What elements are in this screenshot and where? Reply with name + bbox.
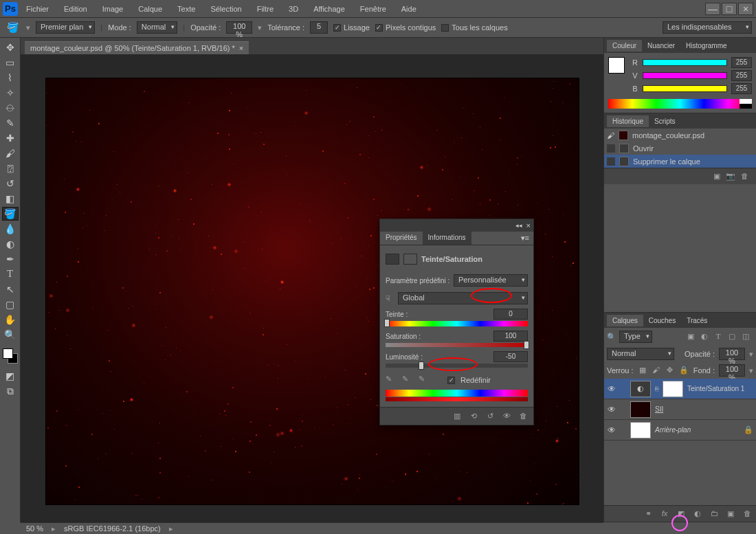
color-swatches[interactable] (3, 348, 18, 364)
history-item[interactable]: Supprimer le calque (604, 155, 756, 168)
color-profile[interactable]: sRGB IEC61966-2.1 (16bpc) (64, 524, 161, 533)
bucket-icon[interactable]: 🪣 (4, 21, 21, 34)
foreground-swatch[interactable] (608, 57, 625, 74)
layer-mask-thumb[interactable] (663, 381, 683, 397)
workspace-select[interactable]: Les indispensables (663, 21, 752, 34)
opacity-input[interactable]: 100 % (226, 21, 252, 34)
tolerance-input[interactable]: 5 (310, 21, 328, 34)
layer-item[interactable]: 👁 ◐ ⎘ Teinte/Saturation 1 (604, 379, 756, 399)
lock-transparent-icon[interactable]: ▦ (638, 366, 647, 375)
close-tab-icon[interactable]: × (239, 44, 243, 52)
filter-shape-icon[interactable]: ▢ (727, 332, 737, 342)
visibility-toggle[interactable]: 👁 (607, 405, 616, 414)
menu-file[interactable]: Fichier (23, 3, 52, 14)
magic-wand-tool[interactable]: ✧ (2, 86, 19, 100)
history-snapshot[interactable]: 🖌 montage_couleur.psd (604, 129, 756, 142)
tab-swatches[interactable]: Nuancier (642, 40, 680, 52)
visibility-toggle[interactable]: 👁 (607, 384, 616, 394)
lasso-tool[interactable]: ⌇ (2, 71, 19, 85)
tab-info[interactable]: Informations (423, 232, 471, 245)
filter-pixel-icon[interactable]: ▣ (686, 332, 696, 342)
crop-tool[interactable]: ⦵ (2, 101, 19, 115)
hand-icon[interactable]: ☟ (386, 294, 398, 303)
close-button[interactable]: × (738, 3, 753, 15)
all-layers-checkbox[interactable] (441, 24, 449, 32)
document-tab[interactable]: montage_couleur.psd @ 50% (Teinte/Satura… (25, 41, 249, 54)
menu-text[interactable]: Texte (175, 3, 198, 14)
path-tool[interactable]: ↖ (2, 282, 19, 296)
eyedropper-add-icon[interactable]: ✎ (402, 375, 413, 386)
tab-paths[interactable]: Tracés (681, 315, 713, 326)
v-slider[interactable] (643, 72, 727, 79)
trash-icon[interactable]: 🗑 (518, 412, 528, 421)
menu-view[interactable]: Affichage (311, 3, 348, 14)
tab-history[interactable]: Historique (607, 115, 649, 127)
hue-value[interactable]: 0 (493, 309, 528, 320)
camera-icon[interactable]: 📷 (726, 172, 735, 181)
layer-item[interactable]: 👁 SII (604, 399, 756, 420)
history-item[interactable]: Ouvrir (604, 142, 756, 155)
minimize-button[interactable]: — (705, 3, 720, 15)
reset-icon[interactable]: ↺ (485, 412, 495, 421)
tab-histogram[interactable]: Histogramme (680, 40, 732, 52)
hue-slider[interactable] (386, 321, 528, 326)
filter-type-icon[interactable]: T (713, 332, 723, 342)
lightness-value[interactable]: -50 (493, 351, 528, 362)
move-tool[interactable]: ✥ (2, 41, 19, 54)
menu-image[interactable]: Image (100, 3, 126, 14)
bucket-tool[interactable]: 🪣 (2, 207, 19, 221)
healing-tool[interactable]: ✚ (2, 131, 19, 145)
mode-select[interactable]: Normal (137, 21, 177, 34)
eyedropper-sub-icon[interactable]: ✎ (419, 375, 430, 386)
new-layer-icon[interactable]: ▣ (726, 509, 735, 519)
scope-select[interactable]: Global (398, 292, 528, 304)
menu-layer[interactable]: Calque (135, 3, 165, 14)
chevron-icon[interactable]: ▸ (169, 524, 173, 533)
dodge-tool[interactable]: ◐ (2, 237, 19, 251)
tab-channels[interactable]: Couches (643, 315, 681, 326)
spectrum-bar[interactable] (608, 99, 752, 109)
tab-color[interactable]: Couleur (607, 40, 642, 52)
fill-input[interactable]: 100 % (719, 364, 745, 377)
menu-edit[interactable]: Edition (61, 3, 90, 14)
quickmask-toggle[interactable]: ◩ (2, 369, 19, 383)
shape-tool[interactable]: ▢ (2, 298, 19, 311)
zoom-tool[interactable]: 🔍 (2, 328, 19, 342)
panel-close-icon[interactable]: × (526, 221, 531, 230)
brush-tool[interactable]: 🖌 (2, 146, 19, 160)
menu-filter[interactable]: Filtre (254, 3, 276, 14)
type-tool[interactable]: T (2, 267, 19, 281)
colorize-checkbox[interactable]: ✓ (447, 377, 455, 384)
clip-icon[interactable]: ▥ (452, 412, 462, 421)
filter-type-select[interactable]: Type (619, 331, 652, 343)
r-value[interactable]: 255 (731, 57, 752, 68)
smoothing-checkbox[interactable]: ✓ (333, 24, 341, 32)
b-slider[interactable] (643, 85, 727, 92)
screen-mode-toggle[interactable]: ⧉ (2, 384, 19, 398)
new-snapshot-icon[interactable]: ▣ (712, 172, 722, 181)
contiguous-checkbox[interactable]: ✓ (375, 24, 383, 32)
lock-all-icon[interactable]: 🔒 (679, 366, 689, 375)
menu-window[interactable]: Fenêtre (357, 3, 389, 14)
eyedropper-icon[interactable]: ✎ (386, 375, 397, 386)
search-icon[interactable]: 🔍 (607, 333, 616, 342)
eyedropper-tool[interactable]: ✎ (2, 116, 19, 130)
collapse-icon[interactable]: ◂◂ (515, 222, 522, 229)
sample-select[interactable]: Premier plan (36, 21, 95, 34)
menu-select[interactable]: Sélection (208, 3, 244, 14)
delete-layer-icon[interactable]: 🗑 (742, 509, 752, 519)
zoom-level[interactable]: 50 % (26, 524, 43, 533)
hand-tool[interactable]: ✋ (2, 313, 19, 326)
toggle-visibility-icon[interactable]: 👁 (502, 412, 511, 421)
v-value[interactable]: 255 (731, 70, 752, 81)
properties-panel[interactable]: ◂◂ × Propriétés Informations ▾≡ Teinte/S… (379, 219, 534, 425)
adjustment-layer-icon[interactable]: ◐ (693, 509, 702, 519)
lock-position-icon[interactable]: ✥ (665, 366, 675, 375)
lock-pixels-icon[interactable]: 🖌 (652, 366, 661, 375)
link-layers-icon[interactable]: ⚭ (643, 509, 653, 519)
history-brush-tool[interactable]: ↺ (2, 177, 19, 190)
menu-3d[interactable]: 3D (286, 3, 301, 14)
preset-select[interactable]: Personnalisée (454, 274, 528, 287)
stamp-tool[interactable]: ⍰ (2, 162, 19, 175)
panel-menu-icon[interactable]: ▾≡ (517, 232, 533, 245)
